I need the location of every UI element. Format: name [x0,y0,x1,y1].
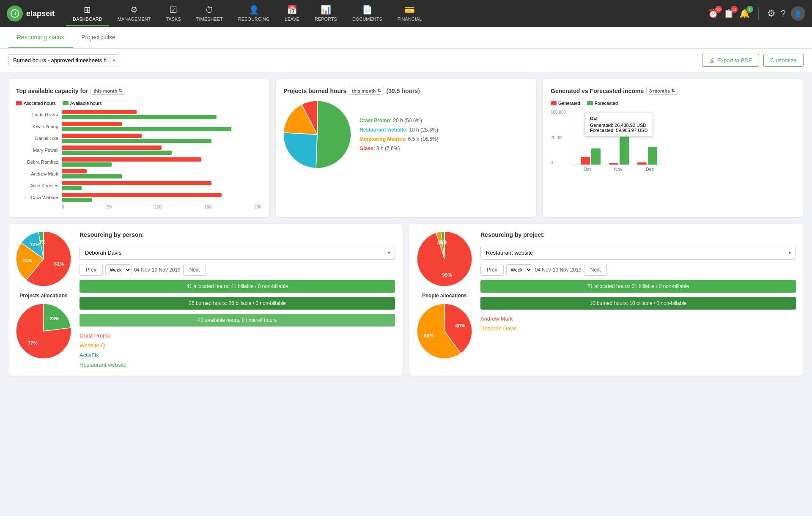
tabs-bar: Resourcing status Project pulse [0,27,812,49]
project-period-selector[interactable]: Week [506,264,532,275]
project-link-websiteq[interactable]: Website Q [80,342,395,349]
forecasted-dot [587,101,593,105]
project-link-restaurant[interactable]: Restaurant website [80,362,395,368]
nav-leave-label: LEAVE [285,16,299,22]
burned-hours-dropdown-wrap[interactable]: Burned hours - approved timesheets h [8,54,119,66]
project-pie1-wrap: 95%3%2% [417,231,472,288]
nav-reports-label: REPORTS [315,16,337,22]
capacity-bar-row: Cara Webber [16,193,261,202]
burned-pie-chart [283,101,351,168]
person-period-selector[interactable]: Week [105,264,132,275]
nav-leave[interactable]: 📅 LEAVE [278,1,306,26]
person-stat3: 40 available hours, 0 time off hours [80,314,395,327]
person-next-button[interactable]: Next [183,264,206,276]
capacity-bar-row: Daniel Lola [16,134,261,143]
tasks-icon: ☑ [170,5,177,15]
project-select[interactable]: Restaurant website [480,246,796,260]
people-link-andrew[interactable]: Andrew Mark [480,316,796,322]
nav-financial[interactable]: 💳 FINANCIAL [391,1,428,26]
legend-forecasted: Forecasted [587,101,618,106]
allocated-bar [62,122,122,126]
tab-resourcing-status[interactable]: Resourcing status [8,27,73,48]
person-prev-button[interactable]: Prev [80,264,103,276]
person-select-wrap[interactable]: Deborah Davis [80,246,395,260]
generated-dot [551,101,557,105]
nav-documents[interactable]: 📄 DOCUMENTS [346,1,389,26]
settings-button[interactable]: ⚙ [767,8,776,19]
svg-text:3%: 3% [38,239,46,244]
burned-hours-select[interactable]: Burned hours - approved timesheets h [8,54,119,66]
available-bar [62,127,231,131]
burned-legend-item: Restaurant website: 10 h (25.3%) [359,127,439,133]
nav-timesheet[interactable]: ⏱ TIMESHEET [189,2,230,26]
project-stat2: 10 burned hours: 10 billable / 0 non-bil… [480,297,796,310]
capacity-bar-row: Kevin Young [16,122,261,131]
project-pie-left: 95%3%2% People allocations 40%60% [417,231,472,360]
tooltip-generated: Generated: 26,438.92 USD [590,123,647,128]
project-prev-button[interactable]: Prev [480,264,504,276]
gen-bar-group [637,147,657,165]
burned-legend-item: Crast Promo: 20 h (50.6%) [359,118,439,124]
gen-title: Generated vs Forecasted income 3 months … [551,87,796,95]
logo-area[interactable]: elapseit [7,5,66,22]
nav-tasks[interactable]: ☑ TASKS [159,1,188,26]
allocated-bar [62,169,87,173]
leave-icon: 📅 [287,5,297,15]
burned-title: Projects burned hours this month ⇅ (39.5… [283,87,529,95]
resourcing-project-card: 95%3%2% People allocations 40%60% Resour… [409,224,804,376]
gen-forecast-card: Generated vs Forecasted income 3 months … [543,79,804,217]
toolbar-actions: 🖨 Export to PDF Customize [702,54,804,67]
gen-chart: Oct Generated: 26,438.92 USD Forecasted:… [572,110,666,172]
capacity-bar-row: Mary Powell [16,145,261,155]
svg-text:77%: 77% [28,340,38,346]
person-select[interactable]: Deborah Davis [80,246,395,260]
user-avatar[interactable]: 👤 [791,6,805,21]
tab-project-pulse[interactable]: Project pulse [73,27,124,48]
resourcing-person-card: 61%24%12%3% Projects allocations 23%77% … [8,224,403,376]
available-bar [62,186,82,190]
generated-bar [581,157,590,165]
help-button[interactable]: ? [781,8,786,19]
capacity-legend: Allocated hours Available hours [16,101,261,106]
project-select-wrap[interactable]: Restaurant website [480,246,796,260]
customize-button[interactable]: Customize [763,54,804,67]
person-card-inner: 61%24%12%3% Projects allocations 23%77% … [16,231,395,368]
burned-legend-item: Glass: 3 h (7.6%) [359,145,439,151]
capacity-card: Top available capacity for this month ⇅ … [8,79,269,217]
resourcing-icon: 👤 [249,5,259,15]
management-icon: ⚙ [130,5,138,15]
calendar-badge-button[interactable]: 📋 11 [724,8,734,19]
timer-badge-button[interactable]: ⏰ 50 [708,8,719,19]
burned-period-badge[interactable]: this month ⇅ [349,87,384,95]
legend-available: Available hours [63,101,102,106]
generated-bar [637,162,647,165]
project-section-title: Resourcing by project: [480,231,796,238]
project-people-links: Andrew Mark Deborah Davis [480,316,796,332]
export-pdf-button[interactable]: 🖨 Export to PDF [702,54,759,67]
gen-tooltip: Oct Generated: 26,438.92 USD Forecasted:… [584,112,653,137]
svg-text:2%: 2% [440,239,447,244]
gen-period-badge[interactable]: 3 months ⇅ [646,87,678,95]
svg-text:60%: 60% [424,333,434,338]
capacity-period-badge[interactable]: this month ⇅ [91,87,125,95]
financial-icon: 💳 [404,5,415,15]
reports-icon: 📊 [321,5,331,15]
nav-tasks-label: TASKS [166,16,181,22]
nav-resourcing[interactable]: 👤 RESOURCING [231,1,277,26]
capacity-title: Top available capacity for this month ⇅ [16,87,261,95]
nav-divider [758,7,759,20]
allocated-bar [62,110,137,114]
project-pie2-wrap: 40%60% [417,304,472,360]
nav-management[interactable]: ⚙ MANAGEMENT [111,1,158,26]
capacity-bar-row: Andrew Mark [16,169,261,178]
notification-badge-button[interactable]: 🔔 1 [739,8,750,19]
svg-text:40%: 40% [455,323,465,328]
people-link-deborah[interactable]: Deborah Davis [480,325,796,332]
nav-reports[interactable]: 📊 REPORTS [308,1,344,26]
project-link-activfix[interactable]: ActivFix [80,352,395,358]
forecasted-bar [591,148,601,165]
project-next-button[interactable]: Next [584,264,607,276]
nav-dashboard[interactable]: ⊞ DASHBOARD [66,1,109,26]
project-link-crast[interactable]: Crast Promo [80,332,395,339]
dashboard-icon: ⊞ [84,5,91,15]
